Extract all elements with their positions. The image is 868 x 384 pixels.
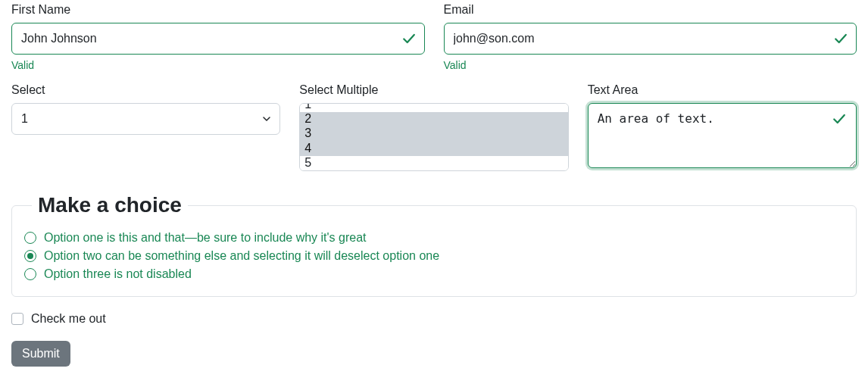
first-name-input[interactable] [11, 23, 425, 55]
radio-option-1-label: Option one is this and that—be sure to i… [44, 231, 367, 245]
select-multiple-label: Select Multiple [299, 83, 568, 97]
submit-button[interactable]: Submit [11, 341, 70, 367]
email-input[interactable] [444, 23, 857, 55]
radio-icon [24, 250, 36, 262]
radio-icon [24, 268, 36, 280]
first-name-label: First Name [11, 3, 425, 17]
choice-fieldset: Make a choice Option one is this and tha… [11, 193, 857, 297]
checkbox-icon [11, 313, 23, 325]
fieldset-legend: Make a choice [32, 193, 188, 217]
radio-option-2-label: Option two can be something else and sel… [44, 249, 439, 263]
radio-icon [24, 232, 36, 244]
email-feedback: Valid [444, 59, 857, 71]
radio-option-2[interactable]: Option two can be something else and sel… [24, 249, 844, 263]
select-input[interactable]: 12345 [11, 103, 280, 135]
select-multiple-input[interactable]: 12345 [299, 103, 568, 171]
radio-option-3-label: Option three is not disabled [44, 267, 192, 281]
email-label: Email [444, 3, 857, 17]
textarea-input[interactable] [588, 103, 857, 168]
checkbox-item[interactable]: Check me out [11, 312, 857, 326]
select-label: Select [11, 83, 280, 97]
checkbox-label: Check me out [31, 312, 106, 326]
first-name-feedback: Valid [11, 59, 425, 71]
radio-option-1[interactable]: Option one is this and that—be sure to i… [24, 231, 844, 245]
textarea-label: Text Area [588, 83, 857, 97]
radio-option-3[interactable]: Option three is not disabled [24, 267, 844, 281]
